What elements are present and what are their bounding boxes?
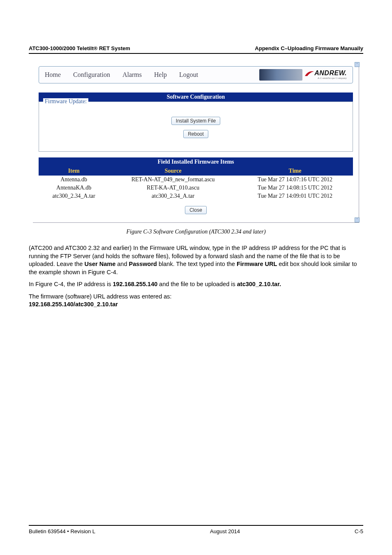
app-menubar: Home Configuration Alarms Help Logout AN… xyxy=(39,66,353,83)
paragraph-1: (ATC200 and ATC300 2.32 and earlier) In … xyxy=(29,244,363,276)
col-time: Time xyxy=(237,166,353,176)
firmware-update-legend: Firmware Update: xyxy=(43,98,88,105)
brand-image xyxy=(259,69,302,81)
footer-left: Bulletin 639544 • Revision L xyxy=(29,528,95,534)
text: blank. The text typed into the xyxy=(157,261,237,267)
cell-time: Tue Mar 27 14:09:01 UTC 2012 xyxy=(237,192,353,200)
cell-source: atc300_2.34_A.tar xyxy=(109,192,237,200)
page-header: ATC300-1000/2000 Teletilt® RET System Ap… xyxy=(29,45,363,54)
table-row: Antenna.db RET-AN-AT_049_new_format.ascu… xyxy=(39,176,353,184)
table-header-row: Item Source Time xyxy=(39,166,353,176)
menu-logout[interactable]: Logout xyxy=(179,71,198,79)
menu-configuration[interactable]: Configuration xyxy=(73,71,110,79)
paragraph-3: The firmware (software) URL address was … xyxy=(29,293,363,309)
paragraph-2: In Figure C-4, the IP address is 192.168… xyxy=(29,280,363,289)
andrew-swoosh-icon xyxy=(305,71,314,76)
screenshot-panel: ˄ Home Configuration Alarms Help Logout … xyxy=(33,62,359,223)
bold-firmware-url: Firmware URL xyxy=(237,261,277,267)
cell-item: Antenna.db xyxy=(39,176,109,184)
col-item: Item xyxy=(39,166,109,176)
cell-source: RET-AN-AT_049_new_format.ascu xyxy=(109,176,237,184)
cell-item: atc300_2.34_A.tar xyxy=(39,192,109,200)
menu-help[interactable]: Help xyxy=(154,71,167,79)
text: The firmware (software) URL address was … xyxy=(29,293,172,300)
menu-home[interactable]: Home xyxy=(45,71,61,79)
table-row: AntennaKA.db RET-KA-AT_010.ascu Tue Mar … xyxy=(39,184,353,192)
brand-area: ANDREW. A CommScope Company xyxy=(259,69,347,81)
brand-subtitle: A CommScope Company xyxy=(305,77,347,80)
figure-caption: Figure C-3 Software Configuration (ATC30… xyxy=(29,229,363,235)
body-text: (ATC200 and ATC300 2.32 and earlier) In … xyxy=(29,244,363,309)
firmware-items-table: Item Source Time Antenna.db RET-AN-AT_04… xyxy=(39,166,353,200)
header-left: ATC300-1000/2000 Teletilt® RET System xyxy=(29,45,130,51)
footer-right: C-5 xyxy=(355,528,363,534)
table-row: atc300_2.34_A.tar atc300_2.34_A.tar Tue … xyxy=(39,192,353,200)
brand-name: ANDREW. xyxy=(314,70,347,76)
bold-ip: 192.168.255.140 xyxy=(113,281,157,287)
header-right: Appendix C–Uploading Firmware Manually xyxy=(255,45,363,51)
footer-center: August 2014 xyxy=(210,528,240,534)
text: and the file to be uploaded is xyxy=(157,281,237,287)
cell-source: RET-KA-AT_010.ascu xyxy=(109,184,237,192)
cell-item: AntennaKA.db xyxy=(39,184,109,192)
bold-url: 192.168.255.140/atc300_2.10.tar xyxy=(29,301,118,308)
col-source: Source xyxy=(109,166,237,176)
menu-alarms[interactable]: Alarms xyxy=(122,71,142,79)
install-system-file-button[interactable]: Install System File xyxy=(171,117,220,125)
page-footer: Bulletin 639544 • Revision L August 2014… xyxy=(29,525,363,534)
brand-text-block: ANDREW. A CommScope Company xyxy=(305,70,347,80)
firmware-update-fieldset: Firmware Update: Install System File Reb… xyxy=(39,102,353,152)
reboot-button[interactable]: Reboot xyxy=(183,130,208,138)
bold-filename: atc300_2.10.tar. xyxy=(237,281,281,287)
cell-time: Tue Mar 27 14:08:15 UTC 2012 xyxy=(237,184,353,192)
scroll-down-icon[interactable]: ˅ xyxy=(355,217,360,222)
cell-time: Tue Mar 27 14:07:16 UTC 2012 xyxy=(237,176,353,184)
field-installed-title: Field Installed Firmware Items xyxy=(39,157,353,166)
text: In Figure C-4, the IP address is xyxy=(29,281,113,287)
scroll-up-icon[interactable]: ˄ xyxy=(355,62,360,67)
bold-password: Password xyxy=(129,261,157,267)
close-button[interactable]: Close xyxy=(185,206,207,214)
footer-rule xyxy=(29,525,363,526)
text: and xyxy=(115,261,129,267)
bold-user-name: User Name xyxy=(84,261,115,267)
